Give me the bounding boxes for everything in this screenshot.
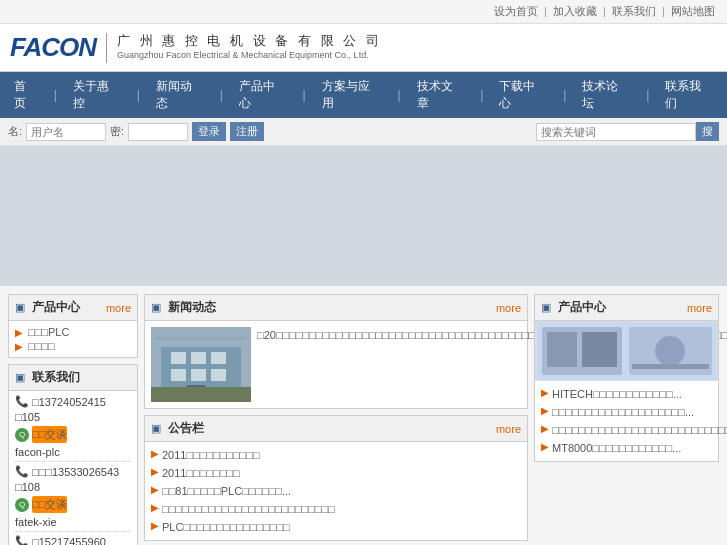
right-product-panel-body: ▶ HITECH□□□□□□□□□□□□... ▶ □□□□□□□□□□□□□□… bbox=[535, 381, 718, 461]
news-body: □20□□□□□□□□□□□□□□□□□□□□□□□□□□□□□□□□□□□□□… bbox=[145, 321, 527, 408]
qq-icon-2: Q bbox=[15, 498, 29, 512]
topbar-link-sitemap[interactable]: 网站地图 bbox=[671, 5, 715, 17]
contact-phone3: 📞 □15217455960 bbox=[15, 535, 131, 545]
password-label: 密: bbox=[110, 124, 124, 139]
bulletin-link-3[interactable]: □□81□□□□□PLC□□□□□□... bbox=[162, 484, 291, 498]
right-product-link-4[interactable]: MT8000□□□□□□□□□□□□... bbox=[552, 441, 681, 455]
bulletin-panel-body: ▶ 2011□□□□□□□□□□□ ▶ 2011□□□□□□□□ ▶ □□81□… bbox=[145, 442, 527, 540]
header: FACON 广 州 惠 控 电 机 设 备 有 限 公 司 Guangzhou … bbox=[0, 24, 727, 72]
phone-icon-2: 📞 bbox=[15, 465, 29, 478]
bulletin-panel-more[interactable]: more bbox=[496, 423, 521, 435]
username-input[interactable] bbox=[26, 123, 106, 141]
nav-tech[interactable]: 技术文章 bbox=[403, 72, 479, 118]
product-item-1[interactable]: ▶ □□□PLC bbox=[15, 325, 131, 339]
product-panel-body: ▶ □□□PLC ▶ □□□□ bbox=[9, 321, 137, 357]
banner bbox=[0, 146, 727, 286]
svg-rect-5 bbox=[171, 369, 186, 381]
topbar-link-contact[interactable]: 联系我们 bbox=[612, 5, 656, 17]
contact-panel: ▣ 联系我们 📞 □13724052415 □105 Q □□交谈 facon-… bbox=[8, 364, 138, 545]
qq1-chat-btn[interactable]: □□交谈 bbox=[32, 426, 67, 443]
phone-icon-1: 📞 bbox=[15, 395, 29, 408]
logo-cn-name: 广 州 惠 控 电 机 设 备 有 限 公 司 bbox=[117, 33, 382, 50]
contact-panel-body: 📞 □13724052415 □105 Q □□交谈 facon-plc 📞 □… bbox=[9, 391, 137, 545]
bulletin-link-1[interactable]: 2011□□□□□□□□□□□ bbox=[162, 448, 260, 462]
middle-column: ▣ 新闻动态 more bbox=[144, 294, 528, 545]
left-column: ▣ 产品中心 more ▶ □□□PLC ▶ □□□□ ▣ bbox=[8, 294, 138, 545]
right-product-item-3: ▶ □□□□□□□□□□□□□□□□□□□□□□□□□□□... bbox=[541, 421, 712, 439]
nav-about[interactable]: 关于惠控 bbox=[59, 72, 135, 118]
svg-rect-3 bbox=[191, 352, 206, 364]
bulletin-link-2[interactable]: 2011□□□□□□□□ bbox=[162, 466, 240, 480]
contact-qq1[interactable]: Q □□交谈 bbox=[15, 426, 131, 443]
news-panel-more[interactable]: more bbox=[496, 302, 521, 314]
main-nav: 首页 | 关于惠控 | 新闻动态 | 产品中心 | 方案与应用 | 技术文章 |… bbox=[0, 72, 727, 118]
product-panel-more[interactable]: more bbox=[106, 302, 131, 314]
right-product-item-4: ▶ MT8000□□□□□□□□□□□□... bbox=[541, 439, 712, 457]
topbar-link-home[interactable]: 设为首页 bbox=[494, 5, 538, 17]
news-thumbnail bbox=[151, 327, 251, 402]
logo-cn-text: 广 州 惠 控 电 机 设 备 有 限 公 司 Guangzhou Facon … bbox=[117, 33, 382, 62]
product-panel: ▣ 产品中心 more ▶ □□□PLC ▶ □□□□ bbox=[8, 294, 138, 358]
nav-download[interactable]: 下载中心 bbox=[485, 72, 561, 118]
bulletin-item-3: ▶ □□81□□□□□PLC□□□□□□... bbox=[151, 482, 521, 500]
right-product-panel-header: ▣ 产品中心 more bbox=[535, 295, 718, 321]
svg-rect-9 bbox=[151, 387, 251, 402]
svg-rect-44 bbox=[582, 332, 617, 367]
contact-qq2[interactable]: Q □□交谈 bbox=[15, 496, 131, 513]
bulletin-item-5: ▶ PLC□□□□□□□□□□□□□□□□ bbox=[151, 518, 521, 536]
bulletin-item-4: ▶ □□□□□□□□□□□□□□□□□□□□□□□□□□ bbox=[151, 500, 521, 518]
login-button[interactable]: 登录 bbox=[192, 122, 226, 141]
svg-rect-2 bbox=[171, 352, 186, 364]
nav-home[interactable]: 首页 bbox=[0, 72, 52, 118]
right-product-item-2: ▶ □□□□□□□□□□□□□□□□□□□□... bbox=[541, 403, 712, 421]
svg-rect-7 bbox=[211, 369, 226, 381]
right-product-panel-icon: ▣ bbox=[541, 301, 551, 313]
right-product-link-1[interactable]: HITECH□□□□□□□□□□□□... bbox=[552, 387, 682, 401]
svg-rect-47 bbox=[632, 364, 709, 369]
bulletin-panel: ▣ 公告栏 more ▶ 2011□□□□□□□□□□□ ▶ 2011□□□□□… bbox=[144, 415, 528, 541]
contact-panel-title: 联系我们 bbox=[32, 370, 80, 384]
bulletin-link-4[interactable]: □□□□□□□□□□□□□□□□□□□□□□□□□□ bbox=[162, 502, 335, 516]
qq2-chat-btn[interactable]: □□交谈 bbox=[32, 496, 67, 513]
right-product-panel: ▣ 产品中心 more ▶ HITECH□ bbox=[534, 294, 719, 462]
svg-rect-4 bbox=[211, 352, 226, 364]
logo-area: FACON 广 州 惠 控 电 机 设 备 有 限 公 司 Guangzhou … bbox=[10, 32, 717, 63]
right-product-image bbox=[535, 321, 718, 381]
bulletin-link-5[interactable]: PLC□□□□□□□□□□□□□□□□ bbox=[162, 520, 290, 534]
right-product-panel-title: 产品中心 bbox=[558, 300, 606, 314]
right-product-panel-more[interactable]: more bbox=[687, 302, 712, 314]
right-column: ▣ 产品中心 more ▶ HITECH□ bbox=[534, 294, 719, 545]
nav-products[interactable]: 产品中心 bbox=[225, 72, 301, 118]
nav-contact[interactable]: 联系我们 bbox=[651, 72, 727, 118]
username-label: 名: bbox=[8, 124, 22, 139]
main-content: ▣ 产品中心 more ▶ □□□PLC ▶ □□□□ ▣ bbox=[0, 286, 727, 545]
right-product-link-2[interactable]: □□□□□□□□□□□□□□□□□□□□... bbox=[552, 405, 694, 419]
product-panel-header: ▣ 产品中心 more bbox=[9, 295, 137, 321]
site-search-input[interactable] bbox=[536, 123, 696, 141]
svg-rect-10 bbox=[156, 337, 246, 340]
product-item-2[interactable]: ▶ □□□□ bbox=[15, 339, 131, 353]
logo-divider bbox=[106, 33, 107, 63]
nav-solutions[interactable]: 方案与应用 bbox=[308, 72, 396, 118]
contact-ext2: □108 bbox=[15, 481, 131, 493]
product-panel-title: 产品中心 bbox=[32, 300, 80, 314]
contact-phone2: 📞 □□□13533026543 bbox=[15, 465, 131, 478]
right-product-link-3[interactable]: □□□□□□□□□□□□□□□□□□□□□□□□□□□... bbox=[552, 423, 727, 437]
contact-panel-icon: ▣ bbox=[15, 371, 25, 383]
contact-phone1: 📞 □13724052415 bbox=[15, 395, 131, 408]
news-panel-header: ▣ 新闻动态 more bbox=[145, 295, 527, 321]
phone-icon-3: 📞 bbox=[15, 535, 29, 545]
qq-icon-1: Q bbox=[15, 428, 29, 442]
nav-forum[interactable]: 技术论坛 bbox=[568, 72, 644, 118]
news-panel-icon: ▣ bbox=[151, 301, 161, 313]
bulletin-panel-header: ▣ 公告栏 more bbox=[145, 416, 527, 442]
password-input[interactable] bbox=[128, 123, 188, 141]
svg-rect-6 bbox=[191, 369, 206, 381]
product-panel-icon: ▣ bbox=[15, 301, 25, 313]
nav-news[interactable]: 新闻动态 bbox=[142, 72, 218, 118]
news-panel-title: 新闻动态 bbox=[168, 300, 216, 314]
topbar-link-favorite[interactable]: 加入收藏 bbox=[553, 5, 597, 17]
register-button[interactable]: 注册 bbox=[230, 122, 264, 141]
contact-panel-header: ▣ 联系我们 bbox=[9, 365, 137, 391]
site-search-button[interactable]: 搜 bbox=[696, 122, 719, 141]
